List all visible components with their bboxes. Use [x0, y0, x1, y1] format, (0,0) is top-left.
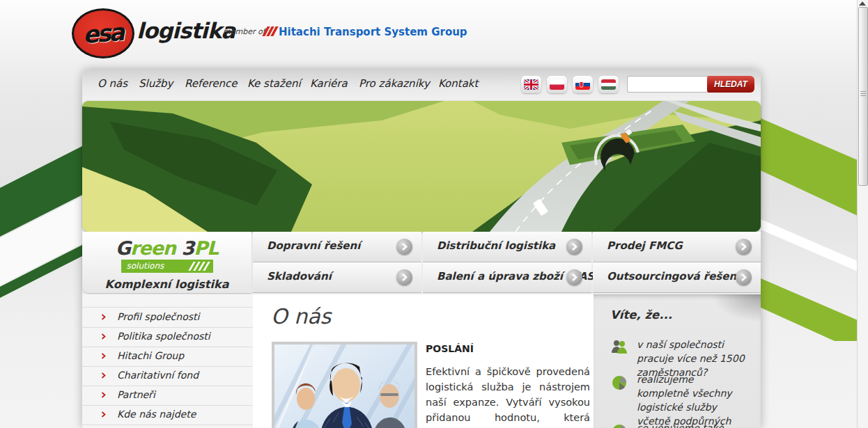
sidebar-item-charitativni-fond[interactable]: Charitativní fond: [82, 366, 253, 386]
esa-logo-mark[interactable]: esa: [72, 8, 134, 58]
hero-image: [82, 101, 761, 232]
red-chevron-icon: [101, 333, 106, 340]
member-of-label: member of: [223, 27, 265, 36]
facts-title: Víte, že...: [610, 308, 672, 322]
article-area: O nás: [253, 294, 594, 428]
sidebar-item-label: Profil společnosti: [117, 311, 199, 322]
page: esa logistika member of Hitachi Transpor…: [0, 0, 868, 428]
pie-chart-icon: [610, 374, 628, 392]
arrow-circle-icon[interactable]: [396, 269, 412, 285]
sidebar-item-label: Kde nás najdete: [117, 409, 196, 420]
employees-icon: [610, 339, 628, 357]
arrow-circle-icon[interactable]: [736, 239, 752, 255]
sidebar-item-hitachi-group[interactable]: Hitachi Group: [82, 347, 253, 367]
poland-flag-icon: [550, 79, 564, 90]
sidebar-item-politika-spolecnosti[interactable]: Politika společnosti: [82, 327, 253, 347]
red-chevron-icon: [101, 353, 106, 359]
nav-item-pro-zakazniky[interactable]: Pro zákazníky: [359, 77, 430, 90]
scrollbar-thumb[interactable]: [858, 7, 868, 186]
uk-flag-icon: [524, 79, 538, 90]
tile-label: Prodej FMCG: [607, 239, 682, 252]
page-title: O nás: [271, 304, 331, 328]
businessmen-illustration: [274, 344, 414, 428]
scrollbar-up-arrow-icon[interactable]: [859, 1, 866, 6]
corner-shadow-decoration: [712, 294, 761, 322]
nav-item-ke-stazeni[interactable]: Ke stažení: [247, 77, 301, 90]
sidebar-item-profil-spolecnosti[interactable]: Profil společnosti: [82, 308, 253, 328]
red-chevron-icon: [101, 392, 106, 398]
tile-label: Outsourcingová řešení: [607, 270, 740, 283]
sidebar-item-kde-nas-najdete[interactable]: Kde nás najdete: [82, 405, 253, 425]
pie-chart-icon: [610, 422, 628, 428]
language-english-flag[interactable]: [521, 76, 541, 93]
slovakia-flag-icon: [575, 79, 590, 90]
hungary-flag-icon: [601, 79, 616, 90]
content-panel: O nás Služby Reference Ke stažení Kariér…: [82, 70, 761, 428]
tile-prodej-fmcg[interactable]: Prodej FMCG: [593, 232, 761, 262]
businessmen-photo: [272, 342, 417, 428]
tile-distribucni-logistika[interactable]: Distribuční logistika: [423, 232, 591, 262]
arrow-circle-icon[interactable]: [566, 239, 582, 255]
green-3pl-wordmark: Green 3PL: [82, 237, 251, 259]
main-navigation: O nás Služby Reference Ke stažení Kariér…: [82, 70, 761, 101]
esa-logo-text: esa: [82, 18, 124, 49]
tile-baleni-a-uprava-zbozi[interactable]: Balení a úprava zboží (VAS): [423, 262, 591, 293]
language-slovak-flag[interactable]: [573, 76, 593, 93]
tile-skladovani[interactable]: Skladování: [253, 262, 421, 293]
promo-tagline: Komplexní logistika: [82, 278, 251, 291]
mission-paragraph: Efektivní a špičkově provedená logistick…: [426, 364, 590, 428]
nav-item-reference[interactable]: Reference: [185, 77, 238, 90]
red-chevron-icon: [101, 411, 106, 418]
arrow-circle-icon[interactable]: [566, 269, 582, 285]
language-hungarian-flag[interactable]: [598, 76, 619, 93]
section-sidebar: Profil společnosti Politika společnosti …: [82, 294, 253, 428]
tile-outsourcingova-reseni[interactable]: Outsourcingová řešení: [593, 262, 761, 293]
solutions-label: solutions: [127, 261, 164, 271]
hitachi-slashes-icon: [265, 26, 280, 36]
search-button[interactable]: HLEDAT: [707, 76, 754, 93]
highway-landscape-illustration: [82, 101, 761, 232]
sidebar-item-label: Hitachi Group: [117, 350, 184, 361]
scrollbar-grip-icon: [860, 91, 866, 97]
left-green-swoosh-decoration: [0, 146, 82, 327]
sidebar-item-label: Partneři: [117, 389, 155, 400]
search-input[interactable]: [627, 76, 716, 93]
red-chevron-icon: [101, 314, 106, 320]
nav-item-o-nas[interactable]: O nás: [98, 77, 127, 90]
sidebar-item-label: Politika společnosti: [117, 331, 210, 342]
nav-item-sluzby[interactable]: Služby: [139, 77, 173, 90]
logo-wordmark: logistika: [137, 18, 235, 43]
arrow-circle-icon[interactable]: [396, 239, 412, 255]
section-heading: POSLÁNÍ: [426, 343, 474, 354]
fact-text: se věnujeme také event: [637, 421, 748, 428]
right-green-swoosh-decoration: [761, 90, 858, 341]
nav-item-kontakt[interactable]: Kontakt: [438, 77, 478, 90]
sidebar-item-partneri[interactable]: Partneři: [82, 386, 253, 406]
language-polish-flag[interactable]: [547, 76, 567, 93]
green-3pl-promo[interactable]: Green 3PL solutions Komplexní logistika: [82, 232, 251, 293]
tile-label: Distribuční logistika: [437, 239, 555, 252]
scrollbar[interactable]: [857, 0, 868, 428]
facts-sidebar: Víte, že... v naší společnosti pracuje v…: [594, 294, 761, 428]
hitachi-group-link[interactable]: Hitachi Transport System Group: [279, 26, 467, 38]
arrow-circle-icon[interactable]: [736, 269, 752, 285]
tile-label: Skladování: [267, 270, 332, 283]
nav-item-kariera[interactable]: Kariéra: [310, 77, 348, 90]
solutions-banner: solutions: [121, 260, 213, 273]
fact-text: realizujeme kompletně všechny logistické…: [637, 372, 748, 428]
tile-dopravni-reseni[interactable]: Dopravní řešení: [253, 232, 421, 262]
sidebar-item-label: Charitativní fond: [117, 370, 199, 381]
tile-label: Dopravní řešení: [267, 239, 360, 252]
red-chevron-icon: [101, 372, 106, 379]
